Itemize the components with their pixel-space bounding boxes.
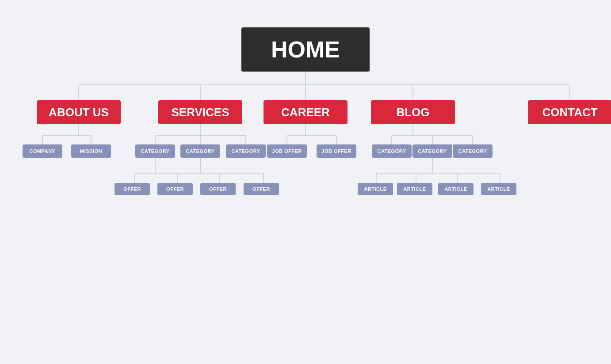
offer2-label: OFFER	[166, 186, 184, 192]
offer3-label: OFFER	[209, 186, 227, 192]
blog-cat1-label: CATEGORY	[377, 148, 406, 154]
contact-label: CONTACT	[542, 106, 597, 119]
job-offer2-label: JOB OFFER	[321, 148, 351, 154]
article2-node[interactable]: ARTICLE	[397, 183, 432, 195]
services-cat1-node[interactable]: CATEGORY	[135, 144, 175, 158]
offer1-label: OFFER	[123, 186, 141, 192]
company-label: COMPANY	[30, 148, 56, 154]
blog-cat2-label: CATEGORY	[418, 148, 447, 154]
offer1-node[interactable]: OFFER	[115, 183, 150, 195]
services-cat2-label: CATEGORY	[186, 148, 214, 154]
offer4-node[interactable]: OFFER	[244, 183, 279, 195]
services-cat3-label: CATEGORY	[231, 148, 260, 154]
blog-cat3-node[interactable]: CATEGORY	[453, 144, 493, 158]
home-label: HOME	[271, 36, 340, 63]
services-cat3-node[interactable]: CATEGORY	[226, 144, 266, 158]
contact-node[interactable]: CONTACT	[528, 100, 611, 124]
article4-node[interactable]: ARTICLE	[481, 183, 516, 195]
services-cat1-label: CATEGORY	[141, 148, 169, 154]
offer2-node[interactable]: OFFER	[157, 183, 193, 195]
blog-node[interactable]: BLOG	[371, 100, 455, 124]
blog-cat2-node[interactable]: CATEGORY	[412, 144, 452, 158]
job-offer1-node[interactable]: JOB OFFER	[267, 144, 307, 158]
article4-label: ARTICLE	[487, 186, 510, 192]
company-node[interactable]: COMPANY	[23, 144, 62, 158]
career-label: CAREER	[281, 106, 330, 119]
home-node[interactable]: HOME	[241, 27, 370, 72]
job-offer1-label: JOB OFFER	[272, 148, 302, 154]
article3-node[interactable]: ARTICLE	[438, 183, 474, 195]
article1-node[interactable]: ARTICLE	[358, 183, 393, 195]
sitemap-diagram: HOME ABOUT US SERVICES CAREER BLOG CONTA…	[18, 27, 593, 337]
services-label: SERVICES	[171, 106, 229, 119]
article2-label: ARTICLE	[403, 186, 426, 192]
about-us-node[interactable]: ABOUT US	[37, 100, 121, 124]
blog-cat3-label: CATEGORY	[458, 148, 487, 154]
offer3-node[interactable]: OFFER	[200, 183, 236, 195]
connector-lines	[18, 27, 593, 337]
mission-node[interactable]: MISSION	[71, 144, 111, 158]
article3-label: ARTICLE	[444, 186, 467, 192]
services-cat2-node[interactable]: CATEGORY	[180, 144, 220, 158]
blog-cat1-node[interactable]: CATEGORY	[372, 144, 412, 158]
blog-label: BLOG	[396, 106, 429, 119]
mission-label: MISSION	[80, 148, 102, 154]
offer4-label: OFFER	[252, 186, 270, 192]
job-offer2-node[interactable]: JOB OFFER	[317, 144, 356, 158]
career-node[interactable]: CAREER	[263, 100, 348, 124]
article1-label: ARTICLE	[364, 186, 386, 192]
services-node[interactable]: SERVICES	[158, 100, 242, 124]
about-us-label: ABOUT US	[49, 106, 109, 119]
